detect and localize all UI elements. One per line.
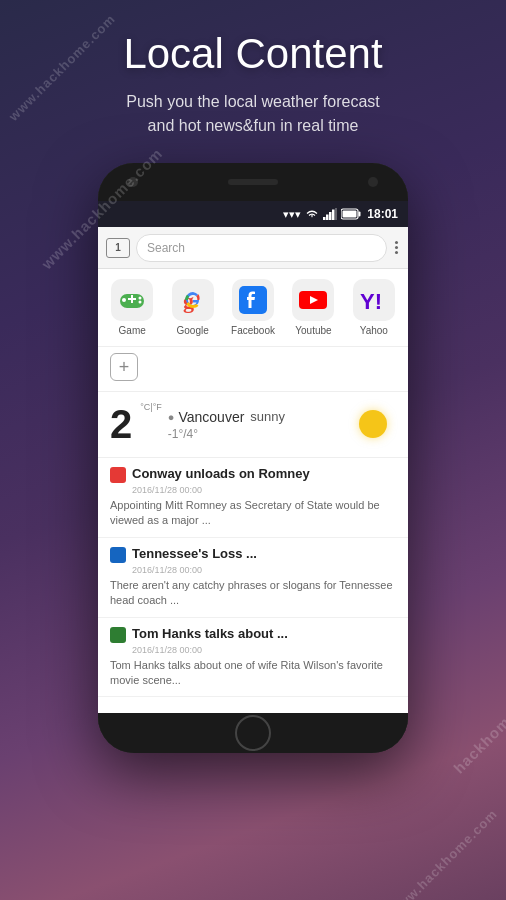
phone: ▾▾▾ 18:01 bbox=[98, 163, 408, 753]
search-bar[interactable]: Search bbox=[136, 234, 387, 262]
news-title-3: Tom Hanks talks about ... bbox=[132, 626, 288, 643]
quick-link-facebook[interactable]: Facebook bbox=[224, 279, 282, 336]
svg-rect-0 bbox=[323, 217, 326, 220]
tab-indicator[interactable]: 1 bbox=[106, 238, 130, 258]
page-title: Local Content bbox=[30, 30, 476, 78]
news-date-1: 2016/11/28 00:00 bbox=[132, 485, 396, 495]
watermark-text-4: www.hackhome.com bbox=[388, 806, 501, 900]
weather-location-row: ● Vancouver sunny bbox=[168, 409, 351, 425]
battery-icon bbox=[341, 208, 361, 220]
svg-point-13 bbox=[139, 301, 142, 304]
news-section: Conway unloads on Romney 2016/11/28 00:0… bbox=[98, 458, 408, 697]
yahoo-label: Yahoo bbox=[360, 325, 388, 336]
add-button-row: + bbox=[98, 347, 408, 392]
menu-dot-1 bbox=[395, 241, 398, 244]
wifi-signal-icon bbox=[305, 208, 319, 220]
news-desc-1: Appointing Mitt Romney as Secretary of S… bbox=[110, 498, 396, 529]
svg-rect-7 bbox=[343, 211, 357, 218]
news-item-3[interactable]: Tom Hanks talks about ... 2016/11/28 00:… bbox=[98, 618, 408, 698]
google-icon: g g bbox=[179, 286, 207, 314]
svg-rect-4 bbox=[335, 208, 337, 220]
game-icon-container bbox=[111, 279, 153, 321]
news-desc-2: There aren't any catchy phrases or sloga… bbox=[110, 578, 396, 609]
quick-links: Game g g Go bbox=[98, 269, 408, 347]
news-source-icon-2 bbox=[110, 547, 126, 563]
svg-rect-3 bbox=[332, 210, 335, 221]
svg-rect-2 bbox=[329, 212, 332, 220]
page-subtitle: Push you the local weather forecastand h… bbox=[30, 90, 476, 138]
weather-info: ● Vancouver sunny -1°/4° bbox=[168, 409, 351, 441]
youtube-icon-container bbox=[292, 279, 334, 321]
status-time: 18:01 bbox=[367, 207, 398, 221]
phone-speaker bbox=[228, 179, 278, 185]
phone-screen: ▾▾▾ 18:01 bbox=[98, 201, 408, 713]
quick-link-youtube[interactable]: Youtube bbox=[284, 279, 342, 336]
sun-icon bbox=[359, 410, 387, 438]
quick-link-google[interactable]: g g Google bbox=[163, 279, 221, 336]
news-desc-3: Tom Hanks talks about one of wife Rita W… bbox=[110, 658, 396, 689]
phone-top-bezel bbox=[98, 163, 408, 201]
news-item-2[interactable]: Tennessee's Loss ... 2016/11/28 00:00 Th… bbox=[98, 538, 408, 618]
facebook-icon-container bbox=[232, 279, 274, 321]
signal-bars-icon bbox=[323, 208, 337, 220]
svg-point-12 bbox=[139, 297, 142, 300]
news-source-icon-3 bbox=[110, 627, 126, 643]
phone-wrapper: ▾▾▾ 18:01 bbox=[0, 163, 506, 753]
news-item-1[interactable]: Conway unloads on Romney 2016/11/28 00:0… bbox=[98, 458, 408, 538]
browser-bar: 1 Search bbox=[98, 227, 408, 269]
wifi-icon: ▾▾▾ bbox=[283, 208, 301, 221]
phone-camera bbox=[128, 177, 138, 187]
google-icon-container: g g bbox=[172, 279, 214, 321]
search-placeholder: Search bbox=[147, 241, 185, 255]
news-source-icon-1 bbox=[110, 467, 126, 483]
news-date-2: 2016/11/28 00:00 bbox=[132, 565, 396, 575]
yahoo-icon-container: Y! bbox=[353, 279, 395, 321]
weather-temp: 2 bbox=[110, 402, 132, 447]
svg-text:Y!: Y! bbox=[360, 289, 382, 314]
game-icon bbox=[118, 289, 146, 311]
game-label: Game bbox=[119, 325, 146, 336]
menu-dot-3 bbox=[395, 251, 398, 254]
google-label: Google bbox=[176, 325, 208, 336]
weather-city: Vancouver bbox=[178, 409, 244, 425]
menu-button[interactable] bbox=[393, 241, 400, 254]
status-bar: ▾▾▾ 18:01 bbox=[98, 201, 408, 227]
youtube-label: Youtube bbox=[295, 325, 331, 336]
news-header-1: Conway unloads on Romney bbox=[110, 466, 396, 483]
home-button[interactable] bbox=[235, 715, 271, 751]
weather-unit: °C|°F bbox=[140, 392, 162, 412]
weather-section: 2 °C|°F ● Vancouver sunny -1°/4° bbox=[98, 392, 408, 458]
svg-rect-10 bbox=[131, 295, 133, 303]
news-date-3: 2016/11/28 00:00 bbox=[132, 645, 396, 655]
news-title-2: Tennessee's Loss ... bbox=[132, 546, 257, 563]
weather-icon bbox=[351, 402, 396, 447]
add-button[interactable]: + bbox=[110, 353, 138, 381]
header-section: Local Content Push you the local weather… bbox=[0, 0, 506, 158]
facebook-icon bbox=[239, 286, 267, 314]
svg-rect-1 bbox=[326, 215, 329, 221]
weather-minmax: -1°/4° bbox=[168, 427, 351, 441]
news-header-3: Tom Hanks talks about ... bbox=[110, 626, 396, 643]
youtube-icon bbox=[297, 289, 329, 311]
facebook-label: Facebook bbox=[231, 325, 275, 336]
svg-rect-6 bbox=[359, 212, 361, 217]
yahoo-icon: Y! bbox=[358, 286, 390, 314]
phone-sensor bbox=[368, 177, 378, 187]
phone-bottom-bezel bbox=[98, 713, 408, 753]
quick-link-yahoo[interactable]: Y! Yahoo bbox=[345, 279, 403, 336]
weather-condition: sunny bbox=[250, 409, 285, 424]
location-pin-icon: ● bbox=[168, 411, 175, 423]
news-title-1: Conway unloads on Romney bbox=[132, 466, 310, 483]
svg-point-11 bbox=[122, 298, 126, 302]
news-header-2: Tennessee's Loss ... bbox=[110, 546, 396, 563]
menu-dot-2 bbox=[395, 246, 398, 249]
quick-link-game[interactable]: Game bbox=[103, 279, 161, 336]
